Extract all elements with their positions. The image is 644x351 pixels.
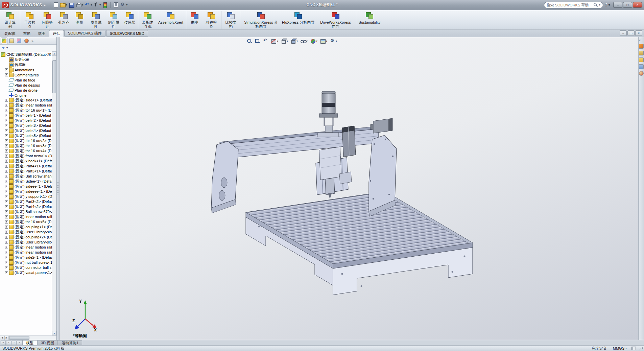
tree-item[interactable]: (固定) side<1> (Défaut: [1, 98, 52, 103]
tree-item[interactable]: (固定) Part3<2> (Défau: [1, 199, 52, 204]
expand-icon[interactable]: [5, 231, 8, 234]
apply-scene-button[interactable]: ▾: [319, 38, 328, 44]
scroll-left-icon[interactable]: ◀: [0, 336, 4, 340]
zoom-fit-button[interactable]: [246, 38, 253, 44]
display-style-button[interactable]: ▾: [290, 38, 298, 44]
expand-icon[interactable]: [5, 271, 8, 274]
previous-tab-button[interactable]: [6, 341, 11, 345]
feature-tree-tab[interactable]: [1, 38, 7, 44]
view-palette-icon[interactable]: [639, 64, 644, 69]
tree-horizontal-scrollbar[interactable]: ◀ ▶: [0, 335, 56, 340]
expand-icon[interactable]: [5, 215, 8, 218]
tree-item[interactable]: Plan de face: [1, 77, 52, 83]
view-orientation-button[interactable]: ▾: [280, 38, 288, 44]
tree-item[interactable]: (固定) lnear motion rail: [1, 250, 52, 255]
solidworks-resources-icon[interactable]: [639, 44, 644, 49]
configuration-manager-tab[interactable]: [16, 38, 22, 44]
tree-item[interactable]: (固定) Part4<2> (Défau: [1, 204, 52, 209]
tree-item[interactable]: (固定) tbr 16 uu<1> (D: [1, 108, 52, 113]
rebuild-button[interactable]: [101, 1, 109, 9]
scrollbar-thumb[interactable]: [9, 336, 29, 340]
expand-icon[interactable]: [5, 165, 8, 168]
tree-item[interactable]: (固定) lnear motion rail: [1, 103, 52, 108]
tree-item[interactable]: (固定) front new<1> (D: [1, 154, 52, 159]
tree-item[interactable]: (固定) belt<1> (Défaut: [1, 113, 52, 118]
expand-icon[interactable]: [5, 175, 8, 178]
tree-item[interactable]: 历史记录: [1, 57, 52, 62]
hide-show-items-button[interactable]: ▾: [300, 38, 308, 44]
ribbon-tool[interactable]: 对称检查: [202, 11, 221, 29]
ribbon-tool[interactable]: AssemblyXpert: [157, 11, 186, 29]
tree-item[interactable]: 传感器: [1, 62, 52, 67]
model-x-axis-motor[interactable]: [371, 118, 392, 133]
tree-item[interactable]: (固定) tbr 16 uu<5> (D: [1, 219, 52, 225]
scrollbar-thumb[interactable]: [52, 60, 56, 93]
expand-icon[interactable]: [5, 261, 8, 264]
sheet-tab[interactable]: 模型: [22, 340, 37, 345]
tree-item[interactable]: (固定) belt<3> (Défaut: [1, 123, 52, 128]
tree-item[interactable]: (固定) Ball screw shann: [1, 174, 52, 179]
display-manager-tab[interactable]: [23, 38, 30, 44]
ribbon-tool[interactable]: 孔对齐: [56, 11, 72, 29]
tree-item[interactable]: (固定) sideeee<1> (Dé: [1, 189, 52, 194]
ribbon-tool[interactable]: SimulationXpress 分析向导: [242, 11, 280, 29]
zoom-area-button[interactable]: [254, 38, 261, 44]
tree-item[interactable]: (固定) belt<4> (Défaut: [1, 128, 52, 133]
tree-item[interactable]: (固定) Part4<1> (Défau: [1, 164, 52, 169]
select-button[interactable]: ▾: [93, 1, 101, 9]
expand-icon[interactable]: [5, 160, 8, 163]
tree-item[interactable]: Annotations: [1, 67, 52, 72]
menu-expand-icon[interactable]: ▸: [44, 3, 46, 7]
last-tab-button[interactable]: [17, 341, 22, 345]
model-z-stepper-motor[interactable]: [342, 126, 356, 157]
help-button[interactable]: ?▾: [605, 3, 610, 7]
help-search-box[interactable]: ▾: [544, 2, 603, 8]
expand-icon[interactable]: [5, 129, 8, 132]
tree-item[interactable]: (固定) nut ball screw<1: [1, 260, 52, 265]
tree-item[interactable]: (固定) belt<2> (Défaut: [1, 118, 52, 123]
expand-icon[interactable]: [5, 68, 8, 71]
tree-item[interactable]: (固定) side2<1> (Défau: [1, 255, 52, 260]
tree-item[interactable]: (固定) connector ball s: [1, 265, 52, 270]
expand-icon[interactable]: [5, 144, 8, 147]
tree-item[interactable]: Commentaires: [1, 72, 52, 77]
ribbon-tool[interactable]: 传感器: [122, 11, 138, 29]
close-button[interactable]: ×: [633, 2, 642, 8]
expand-icon[interactable]: [5, 104, 8, 107]
chevron-down-icon[interactable]: ▾: [6, 46, 8, 49]
tree-item[interactable]: (固定) User Library-slo: [1, 230, 52, 235]
expand-icon[interactable]: [5, 205, 8, 208]
command-tab[interactable]: SOLIDWORKS 插件: [64, 30, 105, 37]
expand-icon[interactable]: [5, 149, 8, 153]
expand-icon[interactable]: [5, 266, 8, 269]
sheet-tab[interactable]: 3D 视图: [37, 340, 58, 345]
expand-icon[interactable]: [5, 210, 8, 213]
tree-item[interactable]: (固定) x back<1> (Défa: [1, 159, 52, 164]
print-button[interactable]: ▾: [75, 1, 84, 9]
command-tab[interactable]: 装配体: [1, 30, 19, 37]
filter-funnel-icon[interactable]: [2, 47, 5, 49]
sheet-tab[interactable]: 运动算例1: [58, 340, 82, 345]
expand-icon[interactable]: [5, 195, 8, 198]
tree-item[interactable]: (固定) y support<1> (D: [1, 194, 52, 199]
status-pane-icon[interactable]: [631, 347, 636, 350]
appearances-icon[interactable]: [639, 71, 644, 76]
cnc-machine-model[interactable]: [59, 37, 638, 340]
maximize-button[interactable]: □: [623, 2, 632, 8]
tree-item[interactable]: (固定) tbr 16 uu<3> (D: [1, 143, 52, 148]
expand-icon[interactable]: [5, 73, 8, 76]
tree-item[interactable]: (固定) lnear motion rail: [1, 214, 52, 219]
expand-icon[interactable]: [5, 134, 8, 137]
undo-button[interactable]: ▾: [84, 1, 93, 9]
scroll-down-icon[interactable]: ▼: [52, 331, 56, 335]
command-tab[interactable]: 评估: [49, 30, 64, 37]
tree-item[interactable]: (固定) lnear motion rail: [1, 245, 52, 250]
expand-icon[interactable]: [5, 155, 8, 158]
model-spindle[interactable]: [325, 178, 335, 199]
file-explorer-icon[interactable]: [639, 57, 644, 62]
tree-item[interactable]: (固定) belt<5> (Défaut: [1, 133, 52, 138]
expand-icon[interactable]: [5, 236, 8, 239]
tree-item[interactable]: (固定) coupling<1> (De: [1, 225, 52, 230]
doc-close-button[interactable]: ×: [635, 30, 642, 36]
ribbon-tool[interactable]: 比较文档: [222, 11, 241, 29]
